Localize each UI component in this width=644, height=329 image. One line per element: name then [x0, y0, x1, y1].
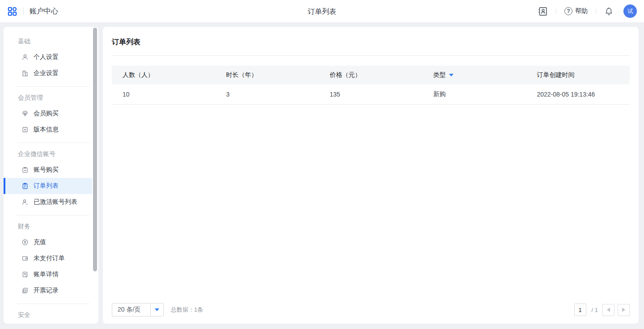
diamond-icon	[21, 110, 29, 117]
sidebar-item-label: 已激活账号列表	[34, 198, 77, 206]
page-size-select[interactable]: 20 条/页	[112, 303, 164, 316]
sidebar-item-label: 账号购买	[34, 166, 59, 174]
main-content: 订单列表 人数（人） 时长（年） 价格（元） 类型 订单创建时间 10 3 13…	[103, 27, 639, 324]
sidebar-section-security: 安全	[18, 310, 98, 319]
select-arrow-area	[150, 304, 163, 316]
sidebar-item-enterprise-settings[interactable]: 企业设置	[4, 65, 92, 81]
cell-type: 新购	[423, 90, 526, 98]
sidebar-item-label: 企业设置	[34, 69, 59, 77]
next-arrow-icon	[622, 308, 625, 312]
cell-people: 10	[112, 91, 216, 98]
sidebar-item-label: 版本信息	[34, 126, 59, 134]
avatar[interactable]: 试	[623, 4, 637, 18]
sidebar-item-order-list[interactable]: 订单列表	[4, 178, 92, 194]
sidebar-section-basic: 基础	[18, 37, 98, 46]
sidebar-item-label: 账单详情	[34, 270, 59, 278]
recharge-icon	[21, 239, 29, 246]
bill-icon	[21, 271, 29, 278]
version-icon	[21, 126, 29, 133]
col-header-type: 类型	[423, 71, 526, 79]
invoice-icon	[21, 287, 29, 294]
sidebar-item-activated-accounts[interactable]: 已激活账号列表	[4, 194, 92, 210]
brand-name: 账户中心	[30, 7, 58, 16]
header-divider	[596, 8, 596, 14]
table-header-row: 人数（人） 时长（年） 价格（元） 类型 订单创建时间	[112, 66, 630, 84]
sidebar-divider	[17, 143, 89, 143]
sidebar-item-member-purchase[interactable]: 会员购买	[4, 105, 92, 122]
sidebar-item-invoice-records[interactable]: 开票记录	[4, 283, 92, 299]
sidebar-divider	[17, 215, 89, 215]
user-icon	[21, 54, 29, 61]
sidebar-item-label: 未支付订单	[34, 254, 65, 262]
pager: / 1	[574, 304, 630, 316]
sidebar-item-label: 订单列表	[34, 182, 59, 190]
clipboard-check-icon	[21, 166, 29, 173]
sidebar-item-recharge[interactable]: 充值	[4, 234, 92, 250]
page-size-value: 20 条/页	[112, 306, 150, 314]
sidebar-item-label: 充值	[34, 238, 46, 246]
help-label: 帮助	[575, 7, 588, 15]
orders-table: 人数（人） 时长（年） 价格（元） 类型 订单创建时间 10 3 135 新购 …	[112, 66, 630, 105]
sidebar-item-bill-details[interactable]: 账单详情	[4, 266, 92, 283]
sidebar-item-label: 会员购买	[34, 110, 59, 118]
sidebar: 基础 个人设置 企业设置 会员管理 会员购买	[4, 27, 98, 324]
prev-arrow-icon	[607, 308, 610, 312]
sidebar-section-wecom: 企业微信账号	[18, 149, 98, 158]
help-icon: ?	[564, 7, 572, 15]
user-list-icon	[21, 198, 29, 206]
sidebar-item-label: 个人设置	[34, 53, 59, 61]
bell-icon[interactable]	[604, 7, 614, 16]
contacts-icon[interactable]	[538, 6, 548, 17]
sort-desc-icon[interactable]	[449, 74, 453, 76]
title-divider	[112, 55, 630, 56]
sidebar-section-finance: 财务	[18, 222, 98, 231]
cell-price: 135	[319, 91, 423, 98]
brand-divider	[23, 8, 24, 15]
sidebar-item-unpaid-orders[interactable]: 未支付订单	[4, 250, 92, 266]
col-header-duration: 时长（年）	[216, 71, 319, 79]
brand: 账户中心	[7, 6, 58, 17]
page-number-input[interactable]	[574, 304, 586, 316]
prev-page-button[interactable]	[602, 304, 614, 316]
help-button[interactable]: ? 帮助	[564, 7, 588, 15]
header-divider	[556, 8, 556, 14]
header-actions: ? 帮助 试	[538, 4, 637, 18]
cell-created-time: 2022-08-05 19:13:46	[526, 91, 630, 98]
sidebar-divider	[17, 304, 89, 304]
sidebar-scrollbar[interactable]	[93, 28, 97, 271]
sidebar-item-version-info[interactable]: 版本信息	[4, 122, 92, 138]
col-header-people: 人数（人）	[112, 71, 216, 79]
page-title: 订单列表	[308, 0, 336, 23]
sidebar-item-account-purchase[interactable]: 账号购买	[4, 162, 92, 178]
page-total-label: / 1	[592, 307, 598, 313]
apps-grid-icon[interactable]	[7, 6, 17, 17]
sidebar-section-membership: 会员管理	[18, 93, 98, 102]
sidebar-item-label: 开票记录	[34, 287, 59, 295]
wallet-icon	[21, 255, 29, 262]
total-count-label: 总数据：1条	[171, 306, 203, 314]
app-header: 账户中心 订单列表 ? 帮助 试	[0, 0, 644, 23]
order-list-icon	[21, 182, 29, 190]
sidebar-divider	[17, 86, 89, 87]
chevron-down-icon	[155, 308, 159, 311]
building-icon	[21, 70, 29, 77]
table-row: 10 3 135 新购 2022-08-05 19:13:46	[112, 84, 630, 105]
card-title: 订单列表	[103, 27, 639, 47]
col-header-price: 价格（元）	[319, 71, 423, 79]
col-header-created-time: 订单创建时间	[526, 71, 630, 79]
sidebar-item-personal-settings[interactable]: 个人设置	[4, 49, 92, 65]
pagination-bar: 20 条/页 总数据：1条 / 1	[112, 303, 630, 316]
cell-duration: 3	[216, 91, 319, 98]
next-page-button[interactable]	[618, 304, 630, 316]
